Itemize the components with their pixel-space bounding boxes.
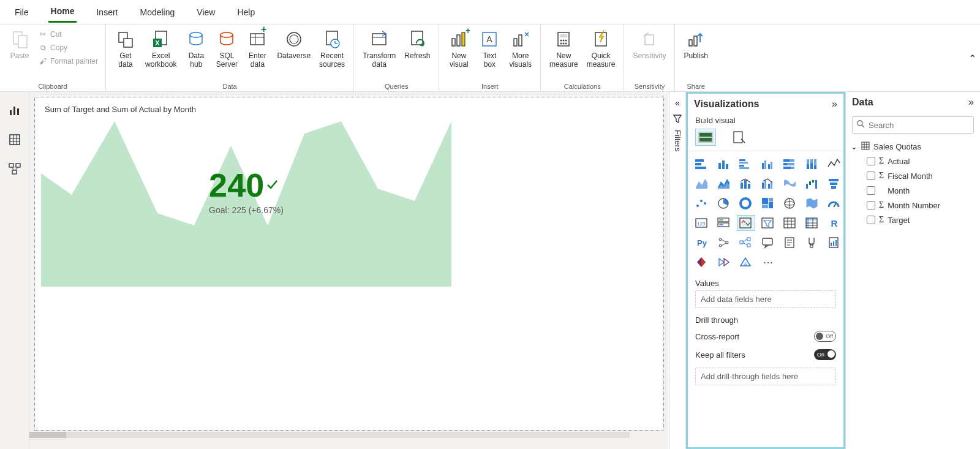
waterfall-icon[interactable] bbox=[803, 176, 821, 192]
matrix-icon[interactable] bbox=[803, 215, 821, 231]
enter-data-button[interactable]: +Enter data bbox=[243, 27, 272, 70]
r-visual-icon[interactable]: R bbox=[825, 215, 843, 231]
line-chart-icon[interactable] bbox=[825, 156, 843, 172]
python-visual-icon[interactable]: Py bbox=[693, 235, 711, 251]
sensitivity-button[interactable]: Sensitivity bbox=[629, 27, 669, 61]
table-node-sales-quotas[interactable]: ⌄ Sales Quotas bbox=[850, 140, 976, 154]
menu-modeling[interactable]: Modeling bbox=[137, 2, 177, 22]
field-checkbox[interactable] bbox=[867, 216, 875, 224]
transform-data-button[interactable]: Transform data bbox=[359, 27, 399, 70]
pie-icon[interactable] bbox=[715, 195, 733, 211]
multi-row-card-icon[interactable] bbox=[715, 215, 733, 231]
field-actual[interactable]: ΣActual bbox=[865, 154, 976, 168]
donut-icon[interactable] bbox=[737, 195, 755, 211]
field-checkbox[interactable] bbox=[867, 201, 875, 209]
report-canvas[interactable]: Sum of Target and Sum of Actual by Month… bbox=[29, 92, 669, 449]
viz-pane-collapse-icon[interactable]: » bbox=[832, 99, 837, 110]
line-stacked-column-icon[interactable] bbox=[737, 176, 755, 192]
scatter-icon[interactable] bbox=[693, 195, 711, 211]
clustered-column-icon[interactable] bbox=[759, 156, 777, 172]
values-field-well[interactable]: Add data fields here bbox=[695, 290, 836, 308]
map-icon[interactable] bbox=[781, 195, 799, 211]
hundred-stacked-bar-icon[interactable] bbox=[781, 156, 799, 172]
kpi-icon[interactable] bbox=[737, 215, 755, 231]
svg-point-7 bbox=[190, 32, 202, 37]
field-target[interactable]: ΣTarget bbox=[865, 213, 976, 227]
field-checkbox[interactable] bbox=[867, 186, 875, 195]
data-pane-collapse-icon[interactable]: » bbox=[968, 97, 974, 108]
cut-button[interactable]: ✂Cut bbox=[36, 28, 100, 40]
gauge-icon[interactable] bbox=[825, 195, 843, 211]
menu-home[interactable]: Home bbox=[48, 1, 77, 23]
ribbon-chart-icon[interactable] bbox=[781, 176, 799, 192]
qa-visual-icon[interactable] bbox=[759, 235, 777, 251]
recent-sources-button[interactable]: Recent sources bbox=[315, 27, 349, 70]
paginated-report-icon[interactable] bbox=[825, 235, 843, 251]
menu-view[interactable]: View bbox=[194, 2, 217, 22]
decomposition-tree-icon[interactable] bbox=[737, 235, 755, 251]
menu-file[interactable]: File bbox=[12, 2, 31, 22]
field-search-box[interactable] bbox=[852, 116, 974, 134]
dataverse-button[interactable]: Dataverse bbox=[273, 27, 314, 61]
funnel-icon[interactable] bbox=[825, 176, 843, 192]
excel-workbook-button[interactable]: XExcel workbook bbox=[141, 27, 180, 70]
cross-report-toggle[interactable]: Off bbox=[814, 331, 836, 342]
horizontal-scrollbar[interactable] bbox=[29, 432, 630, 438]
table-icon[interactable] bbox=[781, 215, 799, 231]
keep-all-filters-toggle[interactable]: On bbox=[814, 349, 836, 360]
data-hub-button[interactable]: Data hub bbox=[181, 27, 211, 70]
azure-map-icon[interactable] bbox=[737, 254, 755, 270]
copy-button[interactable]: ⧉Copy bbox=[36, 42, 100, 54]
new-measure-button[interactable]: New measure bbox=[546, 27, 582, 70]
report-page[interactable]: Sum of Target and Sum of Actual by Month… bbox=[34, 97, 664, 431]
goals-icon[interactable] bbox=[803, 235, 821, 251]
new-visual-button[interactable]: +New visual bbox=[444, 27, 473, 70]
excel-icon: X bbox=[150, 28, 172, 50]
format-painter-button[interactable]: 🖌Format painter bbox=[36, 55, 100, 67]
menu-help[interactable]: Help bbox=[235, 2, 257, 22]
card-icon[interactable]: 123 bbox=[693, 215, 711, 231]
model-view-button[interactable] bbox=[5, 159, 24, 179]
area-chart-icon[interactable] bbox=[693, 176, 711, 192]
refresh-button[interactable]: Refresh bbox=[401, 27, 434, 61]
field-month[interactable]: ΣMonth bbox=[865, 183, 976, 198]
kpi-visual[interactable]: Sum of Target and Sum of Actual by Month… bbox=[41, 104, 460, 293]
svg-rect-90 bbox=[748, 184, 750, 189]
format-visual-tab[interactable] bbox=[728, 129, 749, 146]
sql-server-button[interactable]: SQL Server bbox=[212, 27, 241, 70]
filled-map-icon[interactable] bbox=[803, 195, 821, 211]
stacked-area-icon[interactable] bbox=[715, 176, 733, 192]
ribbon-collapse-button[interactable]: ⌃ bbox=[968, 52, 976, 64]
field-fiscal-month[interactable]: ΣFiscal Month bbox=[865, 168, 976, 183]
paste-button[interactable]: Paste bbox=[5, 27, 34, 61]
quick-measure-button[interactable]: Quick measure bbox=[583, 27, 619, 70]
stacked-column-icon[interactable] bbox=[715, 156, 733, 172]
drill-through-field-well[interactable]: Add drill-through fields here bbox=[695, 368, 836, 385]
data-view-button[interactable] bbox=[5, 130, 24, 149]
text-box-button[interactable]: AText box bbox=[475, 27, 504, 70]
field-checkbox[interactable] bbox=[867, 172, 875, 180]
publish-button[interactable]: Publish bbox=[680, 27, 711, 61]
scrollbar-thumb[interactable] bbox=[29, 432, 66, 438]
search-input[interactable] bbox=[869, 121, 971, 130]
key-influencers-icon[interactable] bbox=[715, 235, 733, 251]
menu-insert[interactable]: Insert bbox=[94, 2, 120, 22]
report-view-button[interactable] bbox=[5, 100, 24, 120]
filters-pane-collapsed[interactable]: « Filters bbox=[669, 92, 686, 449]
treemap-icon[interactable] bbox=[759, 195, 777, 211]
field-month-number[interactable]: ΣMonth Number bbox=[865, 198, 976, 213]
clustered-bar-icon[interactable] bbox=[737, 156, 755, 172]
line-clustered-column-icon[interactable] bbox=[759, 176, 777, 192]
power-automate-icon[interactable] bbox=[715, 254, 733, 270]
build-visual-tab[interactable] bbox=[695, 129, 716, 146]
filters-expand-icon[interactable]: « bbox=[675, 98, 680, 108]
more-visuals-icon[interactable]: ⋯ bbox=[759, 254, 777, 270]
hundred-stacked-column-icon[interactable] bbox=[803, 156, 821, 172]
smart-narrative-icon[interactable] bbox=[781, 235, 799, 251]
get-data-button[interactable]: Get data bbox=[111, 27, 140, 70]
stacked-bar-icon[interactable] bbox=[693, 156, 711, 172]
slicer-icon[interactable] bbox=[759, 215, 777, 231]
power-apps-icon[interactable] bbox=[693, 254, 711, 270]
more-visuals-button[interactable]: More visuals bbox=[505, 27, 535, 70]
field-checkbox[interactable] bbox=[867, 157, 875, 165]
